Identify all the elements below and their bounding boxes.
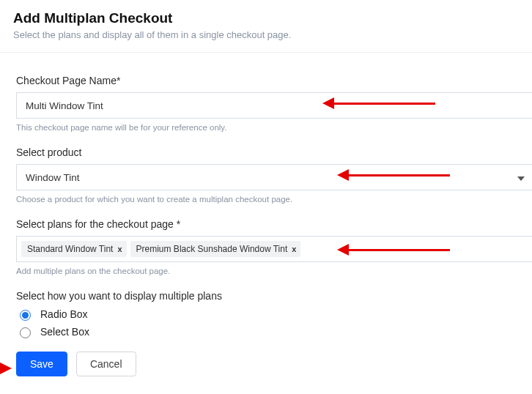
display-mode-group: Radio Box Select Box — [16, 308, 532, 338]
helper-product: Choose a product for which you want to c… — [16, 195, 532, 204]
button-row: Save Cancel — [16, 352, 532, 376]
helper-checkout-name: This checkout page name will be for your… — [16, 123, 532, 132]
radio-row-select-box[interactable]: Select Box — [16, 325, 532, 338]
plan-chip: Standard Window Tint x — [21, 241, 127, 257]
field-plans: Select plans for the checkout page * Sta… — [16, 218, 532, 275]
radio-label-radio-box: Radio Box — [40, 308, 88, 320]
helper-plans: Add multiple plans on the checkout page. — [16, 267, 532, 275]
page-subtitle: Select the plans and display all of them… — [13, 29, 519, 40]
label-display-mode: Select how you want to display multiple … — [16, 290, 532, 302]
page-header: Add Multiplan Checkout Select the plans … — [0, 0, 532, 48]
field-product: Select product Choose a product for whic… — [16, 146, 532, 204]
form-container: Checkout Page Name* This checkout page n… — [0, 53, 532, 390]
plans-multiselect[interactable]: Standard Window Tint x Premium Black Sun… — [16, 236, 532, 262]
radio-select-box[interactable] — [20, 327, 31, 338]
radio-row-radio-box[interactable]: Radio Box — [16, 308, 532, 321]
product-select-value[interactable] — [16, 164, 532, 190]
remove-chip-icon[interactable]: x — [292, 245, 296, 253]
cancel-button[interactable]: Cancel — [76, 352, 136, 376]
product-select[interactable] — [16, 164, 532, 190]
plan-chip-label: Standard Window Tint — [27, 244, 113, 254]
label-product: Select product — [16, 146, 532, 158]
radio-label-select-box: Select Box — [40, 326, 89, 338]
label-plans: Select plans for the checkout page * — [16, 218, 532, 230]
plan-chip: Premium Black Sunshade Window Tint x — [130, 241, 301, 257]
radio-radio-box[interactable] — [20, 310, 31, 321]
field-display-mode: Select how you want to display multiple … — [16, 290, 532, 338]
page-title: Add Multiplan Checkout — [13, 10, 519, 26]
label-checkout-name: Checkout Page Name* — [16, 75, 532, 86]
field-checkout-name: Checkout Page Name* This checkout page n… — [16, 75, 532, 132]
remove-chip-icon[interactable]: x — [117, 245, 122, 253]
save-button[interactable]: Save — [16, 352, 67, 376]
checkout-name-input[interactable] — [16, 92, 532, 119]
plan-chip-label: Premium Black Sunshade Window Tint — [136, 244, 288, 254]
